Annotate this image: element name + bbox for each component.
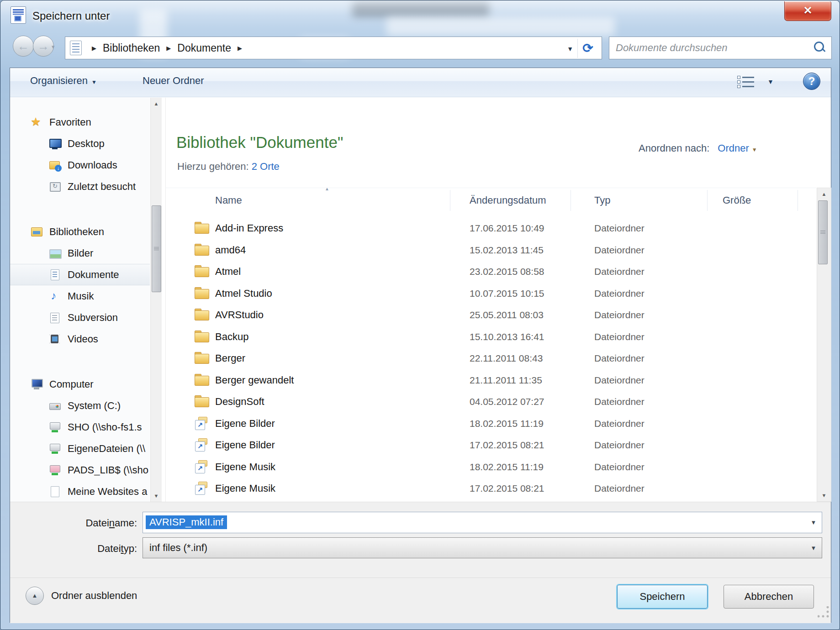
sidebar-item-subversion[interactable]: Subversion	[10, 307, 150, 328]
cancel-button[interactable]: Abbrechen	[724, 585, 814, 609]
library-includes: Hierzu gehören: 2 Orte	[177, 161, 280, 173]
window-title: Speichern unter	[32, 10, 110, 22]
sidebar-item-dokumente[interactable]: Dokumente	[10, 264, 150, 285]
arrange-label: Anordnen nach:	[639, 142, 709, 154]
sidebar: FavoritenDesktopDownloadsZuletzt besucht…	[10, 98, 150, 502]
sidebar-item-label: Videos	[68, 333, 98, 345]
file-row-eigene-musik[interactable]: Eigene Musik18.02.2015 11:19Dateiordner	[166, 456, 816, 478]
filename-input[interactable]: AVRISP_mkII.inf ▼	[143, 512, 822, 533]
sidebar-item-bilder[interactable]: Bilder	[10, 242, 150, 264]
file-list-pane: Bibliothek "Dokumente" Hierzu gehören: 2…	[165, 98, 816, 502]
hide-folders-button[interactable]: ▲ Ordner ausblenden	[26, 587, 137, 605]
column-separator[interactable]	[571, 190, 571, 211]
sidebar-item-pads-lib-sho[interactable]: PADS_LIB$ (\\sho	[10, 459, 150, 481]
file-row-eigene-musik[interactable]: Eigene Musik17.02.2015 08:21Dateiordner	[166, 478, 816, 499]
sidebar-item-musik[interactable]: Musik	[10, 285, 150, 307]
file-row-avrstudio[interactable]: AVRStudio25.05.2011 08:03Dateiordner	[166, 304, 816, 326]
sidebar-item-zuletzt-besucht[interactable]: Zuletzt besucht	[10, 176, 150, 197]
scroll-up-icon[interactable]: ▲	[817, 188, 831, 200]
file-row-berger-gewandelt[interactable]: Berger gewandelt21.11.2011 11:35Dateiord…	[166, 369, 816, 391]
resize-grip[interactable]	[818, 606, 829, 618]
file-row-designsoft[interactable]: DesignSoft04.05.2012 07:27Dateiordner	[166, 391, 816, 413]
sidebar-item-system-c[interactable]: System (C:)	[10, 395, 150, 416]
sidebar-item-sho-sho-fs1-s[interactable]: SHO (\\sho-fs1.s	[10, 416, 150, 438]
new-folder-button[interactable]: Neuer Ordner	[143, 75, 204, 87]
sidebar-item-eigenedateien[interactable]: EigeneDateien (\\	[10, 438, 150, 459]
breadcrumb-item-dokumente[interactable]: Dokumente	[177, 42, 231, 54]
dialog-content-frame: Organisieren▼ Neuer Ordner ▼ ? Favoriten…	[10, 68, 831, 623]
file-row-atmel-studio[interactable]: Atmel Studio10.07.2015 10:15Dateiordner	[166, 283, 816, 304]
sidebar-item-desktop[interactable]: Desktop	[10, 133, 150, 154]
file-name: DesignSoft	[215, 396, 264, 408]
forward-button[interactable]: →	[33, 36, 54, 57]
address-dropdown-icon[interactable]: ▼	[567, 45, 573, 52]
file-scrollbar-thumb[interactable]	[818, 200, 828, 264]
file-row-add-in-express[interactable]: Add-in Express17.06.2015 10:49Dateiordne…	[166, 217, 816, 239]
file-row-eigene-bilder[interactable]: Eigene Bilder17.02.2015 08:21Dateiordner	[166, 434, 816, 456]
save-button[interactable]: Speichern	[617, 585, 708, 609]
help-button[interactable]: ?	[803, 73, 820, 90]
sidebar-section-header-favoriten[interactable]: Favoriten	[10, 111, 150, 133]
computer-icon	[30, 378, 43, 391]
refresh-icon[interactable]: ⟳	[579, 39, 597, 58]
network-icon	[48, 421, 61, 434]
file-row-eigene-bilder[interactable]: Eigene Bilder18.02.2015 11:19Dateiordner	[166, 413, 816, 435]
column-separator[interactable]	[450, 190, 450, 211]
filetype-select[interactable]: inf files (*.inf) ▼	[143, 537, 822, 558]
command-toolbar: Organisieren▼ Neuer Ordner ▼ ?	[10, 68, 831, 97]
sidebar-item-label: Meine Websites a	[68, 486, 147, 498]
sidebar-scrollbar[interactable]: ▲ ▼	[150, 98, 162, 502]
file-list-scrollbar[interactable]: ▲ ▼	[817, 188, 831, 502]
sidebar-section-label: Computer	[49, 378, 94, 390]
file-row-berger[interactable]: Berger22.11.2011 08:43Dateiordner	[166, 347, 816, 369]
column-header-name[interactable]: Name	[215, 194, 242, 206]
address-bar[interactable]: ▶Bibliotheken▶Dokumente▶ ▼ ⟳	[65, 37, 602, 59]
includes-link[interactable]: 2 Orte	[252, 161, 280, 172]
column-header-size[interactable]: Größe	[723, 194, 751, 206]
arrange-value-button[interactable]: Ordner	[718, 142, 749, 154]
sidebar-item-label: Zuletzt besucht	[68, 181, 136, 193]
history-chevron-icon[interactable]: ▾	[52, 43, 55, 50]
inf-setup-file-icon	[11, 6, 26, 24]
sidebar-section-label: Bibliotheken	[49, 226, 104, 238]
sidebar-item-downloads[interactable]: Downloads	[10, 154, 150, 176]
location-document-icon	[70, 41, 82, 55]
change-view-button[interactable]: ▼	[737, 74, 779, 91]
sidebar-item-meine-websites-a[interactable]: Meine Websites a	[10, 481, 150, 502]
breadcrumb-item-bibliotheken[interactable]: Bibliotheken	[103, 42, 160, 54]
breadcrumb-arrow-icon: ▶	[92, 45, 96, 52]
sidebar-section-header-bibliotheken[interactable]: Bibliotheken	[10, 221, 150, 242]
column-header-type[interactable]: Typ	[594, 194, 610, 206]
column-separator[interactable]	[707, 190, 708, 211]
file-row-amd64[interactable]: amd6415.02.2013 11:45Dateiordner	[166, 239, 816, 261]
browser-area: FavoritenDesktopDownloadsZuletzt besucht…	[10, 98, 831, 502]
file-name: Berger	[215, 352, 245, 364]
filename-dropdown-icon[interactable]: ▼	[806, 513, 821, 532]
sidebar-item-videos[interactable]: Videos	[10, 328, 150, 350]
file-name: Berger gewandelt	[215, 374, 294, 386]
organize-button[interactable]: Organisieren▼	[30, 75, 97, 87]
breadcrumb-arrow-icon: ▶	[166, 45, 171, 52]
file-row-atmel[interactable]: Atmel23.02.2015 08:58Dateiordner	[166, 261, 816, 283]
search-icon[interactable]	[812, 40, 828, 56]
sidebar-item-label: System (C:)	[68, 400, 121, 412]
sidebar-section-header-computer[interactable]: Computer	[10, 373, 150, 395]
title-bar: Speichern unter ✕	[0, 0, 840, 29]
star-icon	[30, 116, 43, 129]
close-button[interactable]: ✕	[784, 1, 831, 21]
search-box	[609, 37, 832, 59]
scroll-down-icon[interactable]: ▼	[817, 489, 831, 501]
column-header-date[interactable]: Änderungsdatum	[470, 194, 546, 206]
scroll-down-icon[interactable]: ▼	[151, 490, 162, 502]
title-bar-sheen	[0, 0, 840, 28]
file-date: 17.02.2015 08:21	[470, 483, 544, 494]
scroll-up-icon[interactable]: ▲	[151, 98, 162, 110]
column-separator[interactable]	[798, 190, 798, 211]
download-icon	[48, 159, 61, 172]
filetype-dropdown-icon[interactable]: ▼	[806, 539, 821, 557]
back-button[interactable]: ←	[13, 36, 34, 57]
search-input[interactable]	[609, 42, 812, 54]
sidebar-scrollbar-thumb[interactable]	[152, 205, 161, 292]
file-row-backup[interactable]: Backup15.10.2013 16:41Dateiordner	[166, 326, 816, 348]
save-controls-panel: Dateiname: AVRISP_mkII.inf ▼ Dateityp: i…	[10, 502, 831, 623]
